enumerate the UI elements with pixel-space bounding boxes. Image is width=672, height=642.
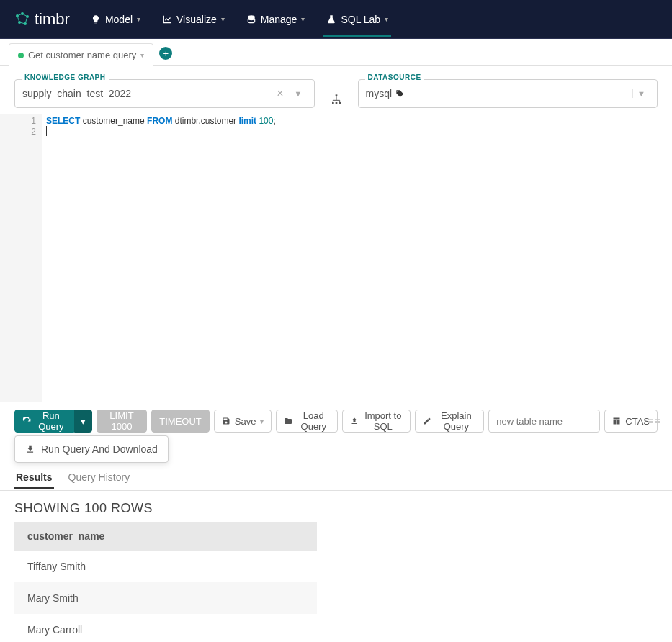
- drag-handle-icon[interactable]: ≡≡: [648, 415, 662, 427]
- svg-rect-8: [335, 102, 337, 104]
- clear-icon[interactable]: ×: [271, 87, 289, 100]
- code-area[interactable]: SELECT customer_name FROM dtimbr.custome…: [42, 114, 672, 402]
- tag-icon: [395, 89, 405, 99]
- nav-sqllab[interactable]: SQL Lab▾: [323, 1, 391, 37]
- datasource-group: DATASOURCE mysql ▼: [358, 79, 658, 108]
- datasource-value: mysql: [366, 88, 633, 99]
- save-icon: [222, 417, 230, 425]
- chevron-down-icon: ▾: [301, 15, 305, 23]
- sql-editor[interactable]: 1 2 SELECT customer_name FROM dtimbr.cus…: [0, 114, 672, 402]
- run-options-button[interactable]: ▾: [74, 410, 92, 433]
- load-label: Load Query: [297, 410, 330, 432]
- import-label: Import to SQL: [363, 410, 403, 432]
- tab-query-history[interactable]: Query History: [67, 467, 132, 489]
- results-table: customer_name Tiffany Smith Mary Smith M…: [14, 522, 317, 642]
- cell: Mary Carroll: [14, 614, 317, 642]
- limit-button[interactable]: LIMIT 1000: [97, 410, 148, 433]
- chevron-down-icon: ▾: [221, 15, 225, 23]
- run-download-label: Run Query And Download: [41, 443, 158, 455]
- save-label: Save: [235, 416, 256, 427]
- refresh-icon: [22, 417, 32, 426]
- chevron-down-icon: ▾: [137, 15, 140, 23]
- flask-icon: [326, 14, 336, 24]
- chevron-down-icon: ▾: [81, 416, 86, 427]
- nav-visualize-label: Visualize: [176, 14, 217, 25]
- query-tab-label: Get customer name query: [28, 50, 136, 60]
- brand-text: timbr: [35, 10, 70, 29]
- run-label: Run Query: [36, 410, 66, 432]
- chevron-down-icon[interactable]: ▼: [632, 89, 650, 98]
- timeout-button[interactable]: TIMEOUT: [151, 410, 210, 433]
- tab-results[interactable]: Results: [14, 467, 54, 489]
- knowledge-graph-label: KNOWLEDGE GRAPH: [22, 73, 109, 81]
- nav-manage-label: Manage: [261, 14, 297, 25]
- upload-icon: [350, 417, 359, 425]
- brand-logo: timbr: [14, 10, 70, 29]
- cell: Tiffany Smith: [14, 551, 317, 582]
- svg-rect-9: [339, 102, 341, 104]
- selector-row: KNOWLEDGE GRAPH supply_chain_test_2022 ×…: [0, 66, 672, 114]
- nav-model-label: Model: [105, 14, 133, 25]
- chevron-down-icon[interactable]: ▼: [290, 89, 307, 98]
- sitemap-icon[interactable]: [328, 94, 345, 108]
- row-count-heading: SHOWING 100 ROWS: [0, 491, 672, 522]
- line-gutter: 1 2: [0, 114, 42, 402]
- explain-label: Explain Query: [436, 410, 476, 432]
- cell: Mary Smith: [14, 582, 317, 614]
- query-tab[interactable]: Get customer name query ▾: [9, 43, 153, 66]
- knowledge-graph-group: KNOWLEDGE GRAPH supply_chain_test_2022 ×…: [14, 79, 315, 108]
- folder-icon: [284, 417, 292, 425]
- nav-sqllab-label: SQL Lab: [341, 14, 380, 25]
- svg-rect-6: [335, 94, 337, 96]
- ctas-label: CTAS: [625, 416, 650, 427]
- knowledge-graph-value: supply_chain_test_2022: [22, 88, 271, 99]
- chart-icon: [162, 14, 172, 24]
- explain-query-button[interactable]: Explain Query: [415, 410, 484, 433]
- download-icon: [25, 444, 35, 454]
- datasource-select[interactable]: mysql ▼: [358, 79, 658, 108]
- line-number: 1: [1, 116, 36, 127]
- line-number: 2: [1, 127, 36, 137]
- run-query-button[interactable]: Run Query: [14, 410, 74, 433]
- result-tabs: Results Query History: [0, 461, 672, 491]
- pencil-icon: [423, 417, 431, 425]
- table-row[interactable]: Mary Smith: [14, 582, 317, 614]
- import-sql-button[interactable]: Import to SQL: [342, 410, 411, 433]
- chevron-down-icon[interactable]: ▾: [140, 51, 144, 59]
- database-icon: [246, 14, 256, 24]
- status-dot-icon: [18, 53, 24, 58]
- query-tabs: Get customer name query ▾ +: [0, 39, 672, 66]
- lightbulb-icon: [91, 14, 101, 24]
- chevron-down-icon: ▾: [385, 15, 388, 23]
- table-row[interactable]: Tiffany Smith: [14, 551, 317, 582]
- editor-toolbar: Run Query ▾ LIMIT 1000 TIMEOUT Save ▾ Lo…: [0, 402, 672, 440]
- nav-manage[interactable]: Manage▾: [243, 1, 308, 37]
- table-icon: [612, 417, 621, 425]
- nav-model[interactable]: Model▾: [88, 1, 143, 37]
- nav-items: Model▾ Visualize▾ Manage▾ SQL Lab▾: [88, 1, 391, 37]
- save-button[interactable]: Save ▾: [214, 410, 272, 433]
- new-table-name-input[interactable]: [488, 410, 600, 433]
- knowledge-graph-select[interactable]: supply_chain_test_2022 × ▼: [14, 79, 315, 108]
- svg-rect-7: [332, 102, 334, 104]
- logo-icon: [14, 12, 30, 27]
- run-download-menu-item[interactable]: Run Query And Download: [14, 435, 169, 463]
- chevron-down-icon: ▾: [260, 417, 264, 425]
- add-tab-button[interactable]: +: [159, 47, 172, 60]
- nav-visualize[interactable]: Visualize▾: [159, 1, 228, 37]
- column-header[interactable]: customer_name: [14, 522, 317, 551]
- datasource-label: DATASOURCE: [365, 73, 424, 81]
- top-nav: timbr Model▾ Visualize▾ Manage▾ SQL Lab▾: [0, 0, 672, 39]
- table-row[interactable]: Mary Carroll: [14, 614, 317, 642]
- load-query-button[interactable]: Load Query: [276, 410, 338, 433]
